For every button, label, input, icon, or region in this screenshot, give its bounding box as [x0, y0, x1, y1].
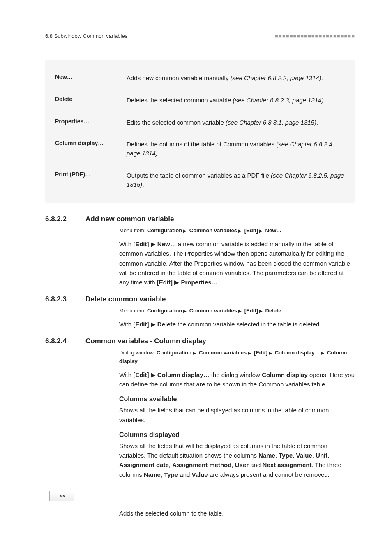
- page-header: 6.8 Subwindow Common variables ■■■■■■■■■…: [45, 33, 355, 39]
- def-row: New… Adds new common variable manually (…: [55, 67, 345, 89]
- body-text: Shows all the fields that can be display…: [119, 405, 355, 425]
- def-label: Delete: [55, 96, 117, 105]
- subheading: Columns displayed: [119, 431, 355, 439]
- section-title: Common variables - Column display: [85, 337, 206, 345]
- def-desc: Defines the columns of the table of Comm…: [127, 140, 345, 158]
- triangle-icon: ▶: [258, 309, 264, 313]
- def-row: Column display… Defines the columns of t…: [55, 133, 345, 164]
- section-heading: 6.8.2.2 Add new common variable: [45, 215, 355, 223]
- menu-path: Menu item: Configuration▶ Common variabl…: [119, 227, 355, 235]
- def-desc: Adds new common variable manually (see C…: [127, 74, 345, 83]
- def-desc: Edits the selected common variable (see …: [127, 118, 345, 127]
- menu-path: Menu item: Configuration▶ Common variabl…: [119, 307, 355, 315]
- def-label: New…: [55, 74, 117, 83]
- triangle-icon: ▶: [258, 229, 264, 233]
- def-desc: Outputs the table of common variables as…: [127, 171, 345, 189]
- triangle-icon: ▶: [237, 229, 243, 233]
- body-text: With [Edit] ▶ Column display… the dialog…: [119, 370, 355, 389]
- add-column-button[interactable]: >>: [49, 491, 74, 501]
- def-row: Print (PDF)… Outputs the table of common…: [55, 164, 345, 196]
- section-number: 6.8.2.4: [45, 337, 78, 345]
- def-desc: Deletes the selected common variable (se…: [127, 96, 345, 105]
- triangle-icon: ▶: [149, 240, 157, 247]
- triangle-icon: ▶: [149, 321, 157, 328]
- triangle-icon: ▶: [182, 309, 188, 313]
- triangle-icon: ▶: [247, 351, 252, 355]
- button-caption: Adds the selected column to the table.: [119, 509, 355, 518]
- section-title: Delete common variable: [85, 295, 166, 303]
- section-heading: 6.8.2.3 Delete common variable: [45, 295, 355, 303]
- section-heading: 6.8.2.4 Common variables - Column displa…: [45, 337, 355, 345]
- triangle-icon: ▶: [267, 351, 273, 355]
- header-section: 6.8 Subwindow Common variables: [45, 33, 127, 39]
- triangle-icon: ▶: [173, 279, 181, 286]
- section-number: 6.8.2.2: [45, 215, 78, 223]
- menu-path: Dialog window: Configuration▶ Common var…: [119, 349, 355, 366]
- subheading: Columns available: [119, 395, 355, 403]
- def-row: Delete Deletes the selected common varia…: [55, 89, 345, 111]
- triangle-icon: ▶: [320, 351, 325, 355]
- body-text: Shows all the fields that will be displa…: [119, 441, 355, 479]
- header-decoration: ■■■■■■■■■■■■■■■■■■■■■■: [275, 33, 355, 39]
- triangle-icon: ▶: [182, 229, 188, 233]
- triangle-icon: ▶: [191, 351, 197, 355]
- def-label: Print (PDF)…: [55, 171, 117, 189]
- triangle-icon: ▶: [237, 309, 243, 313]
- def-row: Properties… Edits the selected common va…: [55, 111, 345, 134]
- menu-definitions-table: New… Adds new common variable manually (…: [45, 60, 355, 203]
- body-text: With [Edit] ▶ New… a new common variable…: [119, 239, 355, 287]
- def-label: Column display…: [55, 140, 117, 158]
- section-title: Add new common variable: [85, 215, 174, 223]
- triangle-icon: ▶: [149, 371, 157, 378]
- section-number: 6.8.2.3: [45, 295, 78, 303]
- def-label: Properties…: [55, 118, 117, 127]
- body-text: With [Edit] ▶ Delete the common variable…: [119, 319, 355, 329]
